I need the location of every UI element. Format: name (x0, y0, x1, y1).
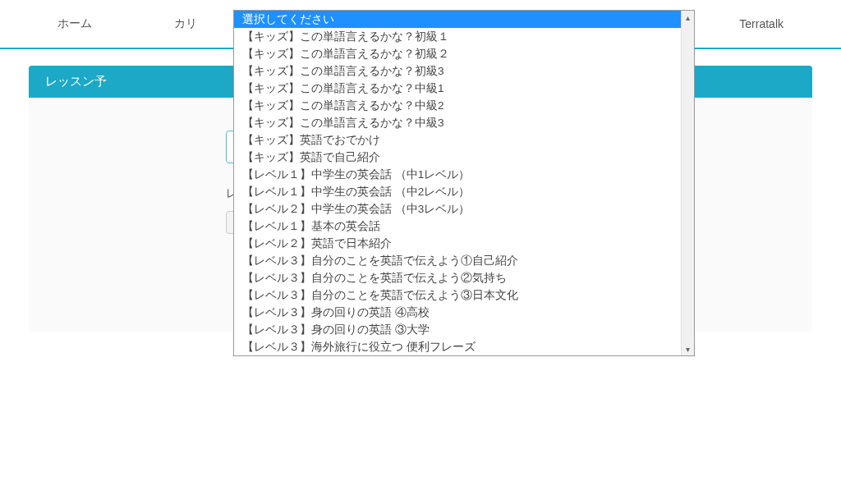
dropdown-option[interactable]: 【レベル１】中学生の英会話 （中2レベル） (234, 183, 681, 200)
dropdown-option[interactable]: 【レベル１】中学生の英会話 （中1レベル） (234, 166, 681, 183)
dropdown-option[interactable]: 【キッズ】英語で自己紹介 (234, 149, 681, 166)
dropdown-option[interactable]: 【キッズ】この単語言えるかな？初級3 (234, 62, 681, 80)
dropdown-option[interactable]: 【キッズ】この単語言えるかな？中級2 (234, 97, 681, 114)
dropdown-option[interactable]: 【キッズ】英語でおでかけ (234, 131, 681, 149)
nav-curriculum[interactable]: カリ (133, 16, 238, 31)
dropdown-option[interactable]: 【レベル３】自分のことを英語で伝えよう①自己紹介 (234, 252, 681, 269)
dropdown-option[interactable]: 【レベル３】身の回りの英語 ③大学 (234, 321, 681, 338)
nav-home[interactable]: ホーム (16, 16, 133, 31)
dropdown-listbox[interactable]: 選択してください 【キッズ】この単語言えるかな？初級１ 【キッズ】この単語言える… (233, 10, 695, 356)
scroll-down-icon[interactable]: ▾ (682, 342, 694, 355)
dropdown-option-selected[interactable]: 選択してください (234, 11, 681, 28)
dropdown-option[interactable]: 【レベル２】英語で日本紹介 (234, 235, 681, 252)
dropdown-option[interactable]: 【レベル３】自分のことを英語で伝えよう②気持ち (234, 269, 681, 286)
dropdown-option[interactable]: 【レベル１】基本の英会話 (234, 218, 681, 235)
dropdown-option[interactable]: 【キッズ】この単語言えるかな？初級２ (234, 45, 681, 62)
nav-terratalk[interactable]: Terratalk (698, 17, 825, 30)
dropdown-option[interactable]: 【レベル２】中学生の英会話 （中3レベル） (234, 200, 681, 218)
scrollbar[interactable]: ▴ ▾ (681, 11, 694, 355)
dropdown-option[interactable]: 【レベル３】身の回りの英語 ④高校 (234, 304, 681, 321)
dropdown-option[interactable]: 【レベル３】海外旅行に役立つ 便利フレーズ (234, 338, 681, 355)
scroll-up-icon[interactable]: ▴ (682, 11, 694, 24)
dropdown-option[interactable]: 【キッズ】この単語言えるかな？初級１ (234, 28, 681, 45)
dropdown-option[interactable]: 【キッズ】この単語言えるかな？中級3 (234, 114, 681, 131)
dropdown-list: 選択してください 【キッズ】この単語言えるかな？初級１ 【キッズ】この単語言える… (234, 11, 681, 355)
dropdown-option[interactable]: 【レベル３】自分のことを英語で伝えよう③日本文化 (234, 286, 681, 304)
dropdown-option[interactable]: 【キッズ】この単語言えるかな？中級1 (234, 80, 681, 97)
